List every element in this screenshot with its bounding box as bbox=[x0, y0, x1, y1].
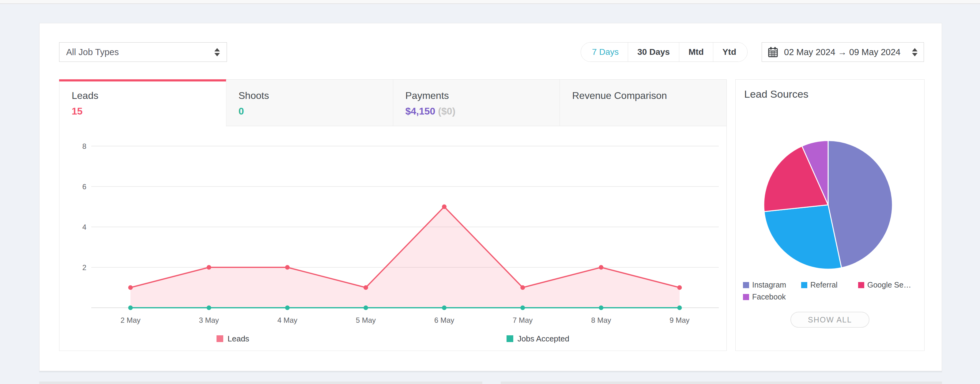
range-button-ytd[interactable]: Ytd bbox=[713, 43, 747, 62]
leads-line-chart-svg: 24682 May3 May4 May5 May6 May7 May8 May9… bbox=[59, 126, 726, 328]
x-tick-label: 3 May bbox=[199, 316, 219, 324]
data-point[interactable] bbox=[442, 306, 447, 310]
data-point[interactable] bbox=[285, 306, 290, 310]
top-window-strip bbox=[0, 0, 980, 4]
data-point[interactable] bbox=[364, 285, 368, 290]
metric-tabs: Leads 15 Shoots 0 Payments $4,150 ($0) R… bbox=[59, 80, 726, 126]
x-tick-label: 8 May bbox=[591, 316, 611, 324]
tab-payments[interactable]: Payments $4,150 ($0) bbox=[393, 80, 560, 126]
data-point[interactable] bbox=[442, 204, 447, 209]
tab-leads[interactable]: Leads 15 bbox=[59, 80, 226, 126]
leads-line-chart: 24682 May3 May4 May5 May6 May7 May8 May9… bbox=[59, 126, 726, 351]
legend-label: Leads bbox=[228, 334, 249, 344]
tab-payments-value-sub: ($0) bbox=[438, 106, 455, 117]
line-chart-legend: LeadsJobs Accepted bbox=[59, 332, 726, 346]
tab-leads-value: 15 bbox=[72, 106, 214, 117]
range-button-30-days[interactable]: 30 Days bbox=[628, 43, 679, 62]
legend-item[interactable]: Jobs Accepted bbox=[506, 334, 569, 344]
series-area-fill bbox=[130, 207, 679, 308]
tab-shoots[interactable]: Shoots 0 bbox=[226, 80, 393, 126]
lead-sources-panel: Lead Sources InstagramReferralGoogle Sea… bbox=[735, 79, 924, 351]
data-point[interactable] bbox=[677, 285, 682, 290]
below-fold-card-top-left bbox=[39, 382, 482, 384]
y-tick-label: 6 bbox=[83, 183, 86, 191]
legend-swatch bbox=[801, 282, 807, 288]
x-tick-label: 4 May bbox=[277, 316, 298, 324]
data-point[interactable] bbox=[520, 306, 525, 310]
date-range-button-group: 7 Days 30 Days Mtd Ytd bbox=[581, 42, 748, 62]
range-button-7-days[interactable]: 7 Days bbox=[581, 43, 628, 62]
select-spinner-icon bbox=[215, 48, 220, 56]
dashboard-card: All Job Types 7 Days 30 Days Mtd Ytd 02 … bbox=[39, 23, 942, 371]
pie-legend-item-facebook[interactable]: Facebook bbox=[743, 292, 801, 301]
date-spinner-icon bbox=[912, 48, 918, 56]
controls-row: All Job Types 7 Days 30 Days Mtd Ytd 02 … bbox=[59, 42, 924, 62]
tab-revenue-comparison-label: Revenue Comparison bbox=[572, 90, 714, 101]
data-point[interactable] bbox=[285, 265, 290, 270]
tab-payments-label: Payments bbox=[406, 90, 547, 101]
legend-label: Facebook bbox=[752, 292, 786, 301]
pie-legend-item-google-search[interactable]: Google Sear... bbox=[858, 280, 922, 289]
date-range-picker[interactable]: 02 May 2024 → 09 May 2024 bbox=[762, 42, 924, 62]
tab-shoots-label: Shoots bbox=[239, 90, 381, 101]
x-tick-label: 5 May bbox=[356, 316, 376, 324]
x-tick-label: 6 May bbox=[434, 316, 454, 324]
pie-legend-item-instagram[interactable]: Instagram bbox=[743, 280, 801, 289]
data-point[interactable] bbox=[207, 265, 211, 270]
y-tick-label: 4 bbox=[83, 223, 86, 231]
show-all-button[interactable]: SHOW ALL bbox=[791, 312, 869, 328]
lead-sources-pie-svg bbox=[736, 80, 925, 282]
tab-revenue-comparison[interactable]: Revenue Comparison bbox=[560, 80, 726, 126]
x-tick-label: 2 May bbox=[120, 316, 140, 324]
data-point[interactable] bbox=[364, 306, 368, 310]
x-tick-label: 7 May bbox=[513, 316, 533, 324]
tab-leads-label: Leads bbox=[72, 90, 214, 101]
y-tick-label: 8 bbox=[83, 142, 86, 150]
legend-swatch bbox=[216, 335, 223, 342]
tab-payments-value: $4,150 ($0) bbox=[406, 106, 547, 117]
data-point[interactable] bbox=[599, 306, 603, 310]
legend-label: Jobs Accepted bbox=[517, 334, 569, 344]
legend-swatch bbox=[858, 282, 864, 288]
below-fold-card-top-right bbox=[501, 382, 942, 384]
data-point[interactable] bbox=[677, 306, 682, 310]
legend-swatch bbox=[743, 282, 749, 288]
legend-label: Referral bbox=[810, 280, 838, 289]
range-button-mtd[interactable]: Mtd bbox=[679, 43, 713, 62]
pie-chart-legend: InstagramReferralGoogle Sear...Facebook bbox=[743, 280, 922, 301]
legend-swatch bbox=[506, 335, 513, 342]
tab-payments-value-main: $4,150 bbox=[406, 106, 436, 117]
legend-swatch bbox=[743, 294, 749, 300]
data-point[interactable] bbox=[128, 285, 133, 290]
data-point[interactable] bbox=[599, 265, 603, 270]
job-type-select[interactable]: All Job Types bbox=[59, 42, 227, 62]
job-type-selected-value: All Job Types bbox=[66, 47, 119, 57]
calendar-icon bbox=[768, 47, 778, 57]
x-tick-label: 9 May bbox=[670, 316, 689, 324]
pie-legend-item-referral[interactable]: Referral bbox=[801, 280, 858, 289]
tab-shoots-value: 0 bbox=[239, 106, 381, 117]
metrics-chart-panel: Leads 15 Shoots 0 Payments $4,150 ($0) R… bbox=[59, 79, 727, 351]
legend-item[interactable]: Leads bbox=[216, 334, 249, 344]
data-point[interactable] bbox=[520, 285, 525, 290]
date-range-value: 02 May 2024 → 09 May 2024 bbox=[784, 47, 900, 57]
legend-label: Instagram bbox=[752, 280, 786, 289]
legend-label: Google Sear... bbox=[867, 280, 913, 289]
pie-slice-referral[interactable] bbox=[764, 205, 842, 269]
data-point[interactable] bbox=[207, 306, 211, 310]
y-tick-label: 2 bbox=[83, 263, 86, 272]
data-point[interactable] bbox=[128, 306, 133, 310]
